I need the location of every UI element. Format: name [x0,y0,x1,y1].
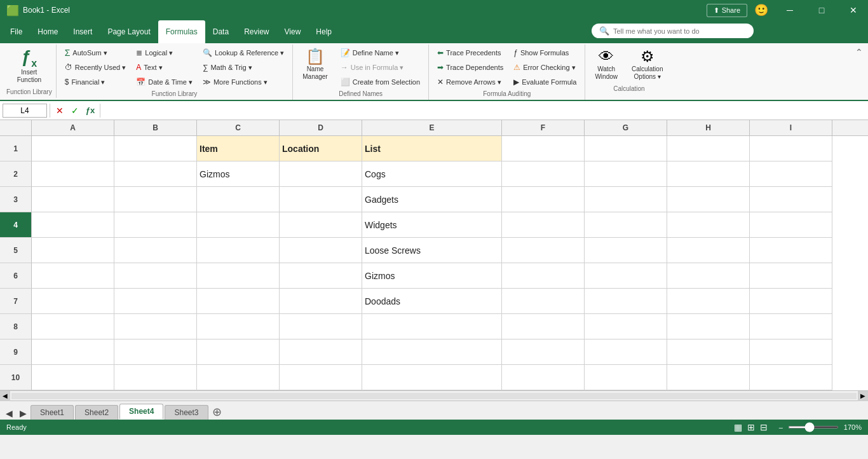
cell-E9[interactable] [362,339,502,365]
page-layout-view-button[interactable]: ⊞ [747,422,755,432]
zoom-slider[interactable] [788,426,839,428]
cell-D8[interactable] [280,314,362,339]
cell-B9[interactable] [114,339,197,365]
autosum-button[interactable]: Σ AutoSum ▾ [60,46,131,60]
menu-home[interactable]: Home [30,20,65,43]
collapse-ribbon-button[interactable]: ⌃ [853,45,865,60]
date-time-button[interactable]: 📅 Date & Time ▾ [132,75,197,89]
add-sheet-button[interactable]: ⊕ [210,404,225,420]
remove-arrows-button[interactable]: ✕ Remove Arrows ▾ [433,75,508,89]
col-header-f[interactable]: F [502,120,585,135]
cell-I2[interactable] [750,161,832,187]
cell-H8[interactable] [667,314,750,339]
cell-E7[interactable]: Doodads [362,289,502,314]
corner-cell[interactable] [0,120,32,135]
cell-A10[interactable] [32,365,114,390]
col-header-g[interactable]: G [585,120,667,135]
cell-H1[interactable] [667,136,750,161]
row-header-7[interactable]: 7 [0,289,32,314]
cell-D3[interactable] [280,187,362,212]
cell-G10[interactable] [585,365,667,390]
cell-B3[interactable] [114,187,197,212]
tab-sheet2[interactable]: Sheet2 [75,405,118,420]
cell-I6[interactable] [750,263,832,289]
row-header-2[interactable]: 2 [0,161,32,187]
cell-C8[interactable] [197,314,280,339]
cell-F4[interactable] [502,212,585,238]
evaluate-formula-button[interactable]: ▶ Evaluate Formula [509,75,581,89]
cell-F9[interactable] [502,339,585,365]
recently-used-button[interactable]: ⏱ Recently Used ▾ [60,60,131,74]
cell-E6[interactable]: Gizmos [362,263,502,289]
cell-G4[interactable] [585,212,667,238]
cell-F6[interactable] [502,263,585,289]
cell-E4[interactable]: Widgets [362,212,502,238]
text-button[interactable]: A Text ▾ [132,60,197,74]
cell-B2[interactable] [114,161,197,187]
tab-sheet4[interactable]: Sheet4 [119,404,163,420]
cell-C1[interactable]: Item [197,136,280,161]
share-button[interactable]: ⬆ Share [707,4,747,17]
cell-H3[interactable] [667,187,750,212]
cell-D5[interactable] [280,238,362,263]
cell-I8[interactable] [750,314,832,339]
cell-B4[interactable] [114,212,197,238]
menu-page-layout[interactable]: Page Layout [100,20,158,43]
cell-E3[interactable]: Gadgets [362,187,502,212]
cell-F5[interactable] [502,238,585,263]
name-manager-button[interactable]: 📋 NameManager [297,45,333,84]
name-box[interactable] [3,104,47,118]
cell-B8[interactable] [114,314,197,339]
formula-cancel-button[interactable]: ✕ [53,104,67,118]
formula-input[interactable] [103,101,865,120]
cell-A5[interactable] [32,238,114,263]
cell-G1[interactable] [585,136,667,161]
cell-A7[interactable] [32,289,114,314]
row-header-4[interactable]: 4 [0,212,32,238]
cell-I4[interactable] [750,212,832,238]
cell-I9[interactable] [750,339,832,365]
cell-A8[interactable] [32,314,114,339]
cell-A4[interactable] [32,212,114,238]
cell-E8[interactable] [362,314,502,339]
menu-insert[interactable]: Insert [65,20,100,43]
row-header-10[interactable]: 10 [0,365,32,390]
cell-A9[interactable] [32,339,114,365]
tab-sheet3[interactable]: Sheet3 [165,405,208,420]
col-header-a[interactable]: A [32,120,114,135]
cell-E10[interactable] [362,365,502,390]
col-header-h[interactable]: H [667,120,750,135]
page-break-view-button[interactable]: ⊟ [760,422,768,432]
menu-view[interactable]: View [277,20,309,43]
cell-H2[interactable] [667,161,750,187]
math-trig-button[interactable]: ∑ Math & Trig ▾ [198,60,288,74]
menu-data[interactable]: Data [205,20,236,43]
cell-G3[interactable] [585,187,667,212]
col-header-i[interactable]: I [750,120,832,135]
cell-G8[interactable] [585,314,667,339]
cell-H5[interactable] [667,238,750,263]
cell-I3[interactable] [750,187,832,212]
cell-H6[interactable] [667,263,750,289]
cell-F8[interactable] [502,314,585,339]
cell-D2[interactable] [280,161,362,187]
col-header-b[interactable]: B [114,120,197,135]
create-from-selection-button[interactable]: ⬜ Create from Selection [336,75,424,89]
cell-H7[interactable] [667,289,750,314]
cell-E2[interactable]: Cogs [362,161,502,187]
col-header-c[interactable]: C [197,120,280,135]
menu-review[interactable]: Review [236,20,276,43]
cell-G9[interactable] [585,339,667,365]
cell-C3[interactable] [197,187,280,212]
scroll-left-button[interactable]: ◀ [0,391,10,401]
cell-F1[interactable] [502,136,585,161]
error-checking-button[interactable]: ⚠ Error Checking ▾ [509,60,581,74]
scroll-right-button[interactable]: ▶ [858,391,868,401]
insert-function-bar-button[interactable]: ƒx [83,104,97,118]
normal-view-button[interactable]: ▦ [734,422,742,432]
col-header-d[interactable]: D [280,120,362,135]
maximize-button[interactable]: □ [807,0,836,20]
cell-G7[interactable] [585,289,667,314]
minimize-button[interactable]: ─ [775,0,804,20]
cell-D10[interactable] [280,365,362,390]
